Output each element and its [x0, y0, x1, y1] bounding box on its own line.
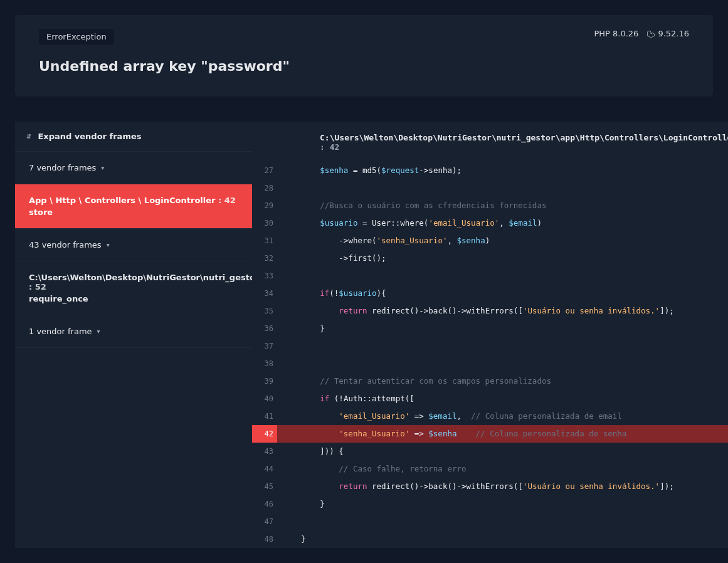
code-line: 36 }	[252, 320, 728, 337]
code-line: 45 return redirect()->back()->withErrors…	[252, 478, 728, 495]
code-line: 27 $senha = md5($request->senha);	[252, 162, 728, 179]
line-number: 42	[252, 425, 277, 443]
code-line: 34 if(!$usuario){	[252, 285, 728, 302]
error-message: Undefined array key "password"	[39, 58, 689, 74]
line-number: 31	[252, 232, 277, 250]
line-number: 41	[252, 408, 277, 425]
code-line: 44 // Caso falhe, retorna erro	[252, 460, 728, 478]
file-path: C:\Users\Welton\Desktop\NutriGestor\nutr…	[320, 133, 728, 142]
code-content: $senha = md5($request->senha);	[277, 162, 728, 179]
frame-title: C:\Users\Welton\Desktop\NutriGestor\nutr…	[29, 273, 238, 292]
code-content: if (!Auth::attempt([	[277, 390, 728, 408]
code-content: 'senha_Usuario' => $senha // Coluna pers…	[277, 425, 728, 443]
line-number: 29	[252, 197, 277, 214]
code-line: 35 return redirect()->back()->withErrors…	[252, 302, 728, 320]
line-number: 28	[252, 179, 277, 197]
code-line: 39 // Tentar autenticar com os campos pe…	[252, 372, 728, 390]
chevron-down-icon: ▾	[101, 164, 104, 171]
line-number: 40	[252, 390, 277, 408]
stack-frame[interactable]: C:\Users\Welton\Desktop\NutriGestor\nutr…	[15, 261, 252, 315]
code-line: 43 ])) {	[252, 443, 728, 460]
line-number: 48	[252, 530, 277, 548]
vendor-frames-collapsed[interactable]: 43 vendor frames▾	[15, 229, 252, 261]
chevron-down-icon: ▾	[107, 241, 110, 248]
chevron-down-icon: ▾	[97, 328, 100, 335]
frame-method: require_once	[29, 294, 238, 303]
code-content: 'email_Usuario' => $email, // Coluna per…	[277, 408, 728, 425]
line-number: 34	[252, 285, 277, 302]
code-line: 42 'senha_Usuario' => $senha // Coluna p…	[252, 425, 728, 443]
code-line: 40 if (!Auth::attempt([	[252, 390, 728, 408]
code-line: 29 //Busca o usuário com as cfredenciais…	[252, 197, 728, 214]
expand-vendor-frames-button[interactable]: ⇵ Expand vendor frames	[15, 122, 252, 152]
line-number: 33	[252, 267, 277, 285]
code-content: ->first();	[277, 250, 728, 267]
code-content	[277, 513, 728, 530]
code-content	[277, 355, 728, 372]
error-header-card: ErrorException PHP 8.0.26 9.52.16 Undefi…	[15, 15, 713, 97]
frame-title: App \ Http \ Controllers \ LoginControll…	[29, 196, 238, 205]
expand-vendor-label: Expand vendor frames	[38, 132, 141, 141]
code-line: 46 }	[252, 495, 728, 513]
exception-badge: ErrorException	[39, 29, 114, 45]
vendor-frames-label: 7 vendor frames	[29, 163, 96, 172]
line-number: 30	[252, 214, 277, 232]
line-number: 46	[252, 495, 277, 513]
code-content	[277, 337, 728, 355]
code-content	[277, 267, 728, 285]
code-content: }	[277, 320, 728, 337]
code-line: 47	[252, 513, 728, 530]
line-number: 27	[252, 162, 277, 179]
stack-frame[interactable]: App \ Http \ Controllers \ LoginControll…	[15, 184, 252, 229]
chevron-updown-icon: ⇵	[26, 134, 31, 140]
line-number: 43	[252, 443, 277, 460]
version-info: PHP 8.0.26 9.52.16	[594, 29, 689, 38]
code-area: 27 $senha = md5($request->senha);2829 //…	[252, 162, 728, 548]
line-number: 47	[252, 513, 277, 530]
line-number: 35	[252, 302, 277, 320]
code-content: }	[277, 495, 728, 513]
vendor-frames-label: 1 vendor frame	[29, 327, 92, 336]
code-content: //Busca o usuário com as cfredenciais fo…	[277, 197, 728, 214]
line-number: 36	[252, 320, 277, 337]
code-content: if(!$usuario){	[277, 285, 728, 302]
code-line: 32 ->first();	[252, 250, 728, 267]
file-path-bar: C:\Users\Welton\Desktop\NutriGestor\nutr…	[252, 122, 728, 162]
vendor-frames-collapsed[interactable]: 1 vendor frame▾	[15, 315, 252, 348]
code-content	[277, 179, 728, 197]
line-number: 38	[252, 355, 277, 372]
line-number: 32	[252, 250, 277, 267]
code-content: // Caso falhe, retorna erro	[277, 460, 728, 478]
code-line: 48 }	[252, 530, 728, 548]
line-number: 45	[252, 478, 277, 495]
code-line: 37	[252, 337, 728, 355]
line-number: 37	[252, 337, 277, 355]
line-number: 44	[252, 460, 277, 478]
laravel-version: 9.52.16	[658, 29, 689, 38]
line-number: 39	[252, 372, 277, 390]
code-content: }	[277, 530, 728, 548]
code-line: 33	[252, 267, 728, 285]
code-content: $usuario = User::where('email_Usuario', …	[277, 214, 728, 232]
code-content: return redirect()->back()->withErrors(['…	[277, 302, 728, 320]
vendor-frames-label: 43 vendor frames	[29, 240, 102, 250]
code-line: 31 ->where('senha_Usuario', $senha)	[252, 232, 728, 250]
code-content: return redirect()->back()->withErrors(['…	[277, 478, 728, 495]
frame-method: store	[29, 208, 238, 217]
php-version: PHP 8.0.26	[594, 29, 638, 38]
code-panel: C:\Users\Welton\Desktop\NutriGestor\nutr…	[252, 122, 728, 548]
vendor-frames-collapsed[interactable]: 7 vendor frames▾	[15, 152, 252, 184]
laravel-icon	[647, 30, 655, 38]
code-content: // Tentar autenticar com os campos perso…	[277, 372, 728, 390]
stacktrace-sidebar: ⇵ Expand vendor frames 7 vendor frames▾A…	[15, 122, 252, 548]
code-line: 41 'email_Usuario' => $email, // Coluna …	[252, 408, 728, 425]
code-line: 30 $usuario = User::where('email_Usuario…	[252, 214, 728, 232]
file-line-sep: :	[320, 142, 330, 152]
code-line: 38	[252, 355, 728, 372]
code-line: 28	[252, 179, 728, 197]
code-content: ])) {	[277, 443, 728, 460]
code-content: ->where('senha_Usuario', $senha)	[277, 232, 728, 250]
file-line-number: 42	[330, 142, 340, 152]
